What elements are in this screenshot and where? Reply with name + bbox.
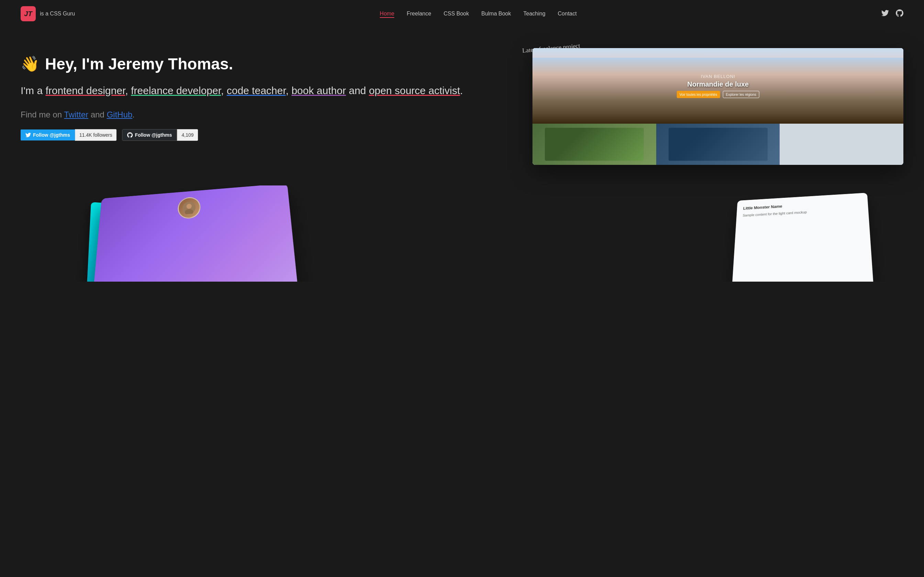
nav-link-freelance[interactable]: Freelance: [407, 11, 431, 16]
github-stars-count: 4,109: [177, 129, 198, 141]
nav-social-icons: [881, 9, 903, 18]
screenshot-thumb-3: [780, 124, 903, 165]
comma1: ,: [125, 85, 131, 96]
nav-link-contact[interactable]: Contact: [558, 11, 577, 16]
github-follow-label: Follow @jgthms: [135, 132, 172, 138]
screenshot-thumb-1: [533, 124, 656, 165]
find-me-prefix: Find me on: [21, 110, 64, 119]
open-source-text: open source activist: [369, 85, 460, 96]
hero-heading: Hey, I'm Jeremy Thomas.: [45, 55, 233, 73]
hero-title: 👋 Hey, I'm Jeremy Thomas.: [21, 55, 506, 73]
nav-item-freelance[interactable]: Freelance: [407, 11, 431, 17]
nav-item-contact[interactable]: Contact: [558, 11, 577, 17]
twitter-link[interactable]: Twitter: [64, 110, 88, 119]
twitter-icon[interactable]: [881, 9, 889, 18]
period2: .: [132, 110, 135, 119]
logo-icon: JT: [21, 6, 36, 21]
hero-section: 👋 Hey, I'm Jeremy Thomas. I'm a frontend…: [0, 27, 924, 179]
tablet-avatar: [178, 197, 201, 219]
tablet-profile: [105, 190, 283, 227]
project-screenshot[interactable]: IVAN BELLONI Normandie de luxe Voir tout…: [533, 48, 903, 165]
nav-item-bulmabook[interactable]: Bulma Book: [481, 11, 511, 17]
project-btn1[interactable]: Voir toutes les propriétés: [677, 91, 720, 98]
twitter-follow-label: Follow @jgthms: [33, 132, 70, 138]
github-follow-button[interactable]: Follow @jgthms 4,109: [122, 129, 198, 141]
screenshot-thumb-2: [656, 124, 780, 165]
github-follow-main[interactable]: Follow @jgthms: [122, 129, 177, 141]
and-text: and: [346, 85, 369, 96]
logo-text: is a CSS Guru: [40, 11, 75, 17]
github-link[interactable]: GitHub: [107, 110, 132, 119]
screenshot-hero-image: IVAN BELLONI Normandie de luxe Voir tout…: [533, 48, 903, 124]
nav-link-bulmabook[interactable]: Bulma Book: [481, 11, 511, 16]
hero-right: Latest freelance project ↙ IVAN BELLONI …: [533, 48, 903, 165]
project-title: Normandie de luxe: [677, 81, 759, 88]
project-btn2[interactable]: Explorer les régions: [723, 91, 759, 98]
period: .: [460, 85, 463, 96]
twitter-followers-count: 11.4K followers: [75, 129, 117, 141]
nav-item-cssbook[interactable]: CSS Book: [443, 11, 469, 17]
hero-left: 👋 Hey, I'm Jeremy Thomas. I'm a frontend…: [21, 48, 506, 141]
navbar: JT is a CSS Guru Home Freelance CSS Book…: [0, 0, 924, 27]
frontend-designer-text: frontend designer: [45, 85, 125, 96]
hero-description: I'm a frontend designer, freelance devel…: [21, 82, 506, 99]
tablet-purple: Hi, I'm Alex Jefferson I spend my time t…: [91, 185, 301, 282]
logo[interactable]: JT is a CSS Guru: [21, 6, 75, 21]
screenshot-thumbnails: [533, 124, 903, 165]
nav-links: Home Freelance CSS Book Bulma Book Teach…: [380, 11, 577, 17]
freelance-developer-text: freelance developer: [131, 85, 221, 96]
nav-item-teaching[interactable]: Teaching: [523, 11, 546, 17]
card-light: Little Monster Name Sample content for t…: [731, 193, 874, 282]
nav-item-home[interactable]: Home: [380, 11, 395, 17]
nav-link-home[interactable]: Home: [380, 11, 395, 18]
social-buttons: Follow @jgthms 11.4K followers Follow @j…: [21, 129, 506, 141]
book-author-text: book author: [291, 85, 346, 96]
comma3: ,: [286, 85, 291, 96]
wave-emoji: 👋: [21, 55, 40, 73]
bottom-mockups: Hi, I'm Alex Jefferson I spend my time t…: [0, 185, 924, 282]
github-icon[interactable]: [896, 9, 903, 18]
find-me-text: Find me on Twitter and GitHub.: [21, 110, 506, 119]
twitter-follow-button[interactable]: Follow @jgthms 11.4K followers: [21, 129, 116, 141]
comma2: ,: [221, 85, 227, 96]
twitter-follow-main[interactable]: Follow @jgthms: [21, 129, 75, 140]
nav-link-cssbook[interactable]: CSS Book: [443, 11, 469, 16]
nav-link-teaching[interactable]: Teaching: [523, 11, 546, 16]
and-connector: and: [88, 110, 107, 119]
code-teacher-text: code teacher: [226, 85, 286, 96]
intro-text: I'm a: [21, 85, 45, 96]
